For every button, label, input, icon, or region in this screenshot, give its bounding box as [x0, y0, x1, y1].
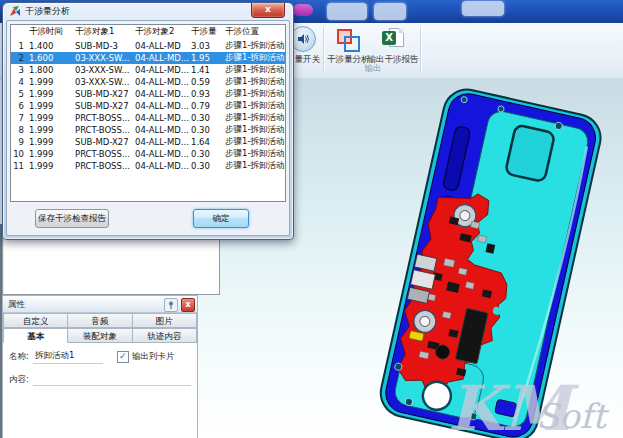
- table-cell: 04-ALL-MD...: [133, 52, 189, 64]
- table-row[interactable]: 111.999PRCT-BOSS...04-ALL-MD...0.30步骤1-拆…: [11, 160, 286, 172]
- table-cell: 0.79: [189, 100, 223, 112]
- table-row[interactable]: 41.99903-XXX-SW...04-ALL-MD...0.59步骤1-拆卸…: [11, 76, 286, 88]
- tab-audio[interactable]: 音频: [68, 313, 132, 328]
- overlap-squares-icon: [337, 29, 357, 49]
- table-row[interactable]: 101.999PRCT-BOSS...04-ALL-MD...0.30步骤1-拆…: [11, 148, 286, 160]
- ribbon-separator: [323, 27, 324, 73]
- header-location: 干涉位置: [223, 25, 286, 40]
- tab-basic[interactable]: 基本: [3, 328, 68, 343]
- table-cell: 7: [11, 112, 27, 124]
- table-cell: SUB-MD-3: [73, 40, 133, 52]
- dialog-buttons: 保存干涉检查报告 确定: [7, 209, 289, 227]
- tab-trajectory-content[interactable]: 轨迹内容: [133, 328, 197, 343]
- table-cell: 1.999: [27, 160, 73, 172]
- table-cell: 1.800: [27, 64, 73, 76]
- properties-panel: 属性 x 自定义 音频 图片 基本 装配对象 轨迹内容 名称: 拆卸活动1 ✓ …: [2, 295, 198, 438]
- table-cell: 5: [11, 88, 27, 100]
- table-cell: 1.600: [27, 52, 73, 64]
- header-object2: 干涉对象2: [133, 25, 189, 40]
- interference-list[interactable]: 干涉时间 干涉对象1 干涉对象2 干涉量 干涉位置 11.400SUB-MD-3…: [10, 24, 286, 202]
- table-row[interactable]: 91.999SUB-MD-X2704-ALL-MD...1.64步骤1-拆卸活动…: [11, 136, 286, 148]
- table-cell: 04-ALL-MD: [133, 40, 189, 52]
- table-row[interactable]: 51.999SUB-MD-X2704-ALL-MD...0.93步骤1-拆卸活动…: [11, 88, 286, 100]
- table-cell: 0.30: [189, 160, 223, 172]
- ribbon-separator: [420, 27, 421, 73]
- table-cell: PRCT-BOSS...: [73, 160, 133, 172]
- table-cell: 0.30: [189, 148, 223, 160]
- tab-custom[interactable]: 自定义: [3, 313, 68, 328]
- table-cell: 04-ALL-MD...: [133, 112, 189, 124]
- interference-analysis-button[interactable]: 干涉量分析: [327, 26, 367, 66]
- table-cell: 步骤1-拆卸活动1: [223, 148, 286, 160]
- properties-tabs-bottom: 基本 装配对象 轨迹内容: [3, 328, 197, 343]
- table-cell: 6: [11, 100, 27, 112]
- table-row[interactable]: 81.999PRCT-BOSS...04-ALL-MD...0.30步骤1-拆卸…: [11, 124, 286, 136]
- save-report-button[interactable]: 保存干涉检查报告: [35, 209, 109, 228]
- properties-tabs-top: 自定义 音频 图片: [3, 313, 197, 328]
- table-cell: 步骤1-拆卸活动1: [223, 100, 286, 112]
- table-cell: 0.59: [189, 76, 223, 88]
- table-cell: 步骤1-拆卸活动1: [223, 64, 286, 76]
- table-cell: 04-ALL-MD...: [133, 100, 189, 112]
- dialog-app-icon: [9, 5, 21, 17]
- table-cell: 9: [11, 136, 27, 148]
- table-cell: 1.999: [27, 136, 73, 148]
- table-row[interactable]: 11.400SUB-MD-304-ALL-MD3.03步骤1-拆卸活动1: [11, 40, 286, 52]
- ok-button[interactable]: 确定: [193, 209, 249, 228]
- table-cell: 步骤1-拆卸活动1: [223, 124, 286, 136]
- dialog-titlebar[interactable]: 干涉量分析 x: [3, 3, 293, 19]
- table-cell: 03-XXX-SW...: [73, 76, 133, 88]
- titlebar-button[interactable]: [462, 1, 504, 16]
- table-cell: SUB-MD-X27: [73, 136, 133, 148]
- table-cell: 1.41: [189, 64, 223, 76]
- header-time: 干涉时间: [27, 25, 73, 40]
- table-cell: 1.400: [27, 40, 73, 52]
- table-cell: 0.93: [189, 88, 223, 100]
- properties-header: 属性 x: [3, 296, 197, 313]
- table-cell: 1.64: [189, 136, 223, 148]
- table-cell: 1.999: [27, 124, 73, 136]
- table-cell: 1.999: [27, 148, 73, 160]
- table-cell: 步骤1-拆卸活动1: [223, 136, 286, 148]
- name-field[interactable]: 拆卸活动1: [33, 350, 103, 364]
- content-field[interactable]: [33, 373, 191, 386]
- interference-analysis-dialog: 干涉量分析 x 干涉时间 干涉对象1 干涉对象2 干涉量 干涉位置: [2, 2, 294, 240]
- app-window: 音量开关 干涉量分析 X 输出干涉报告 输出: [0, 0, 623, 438]
- svg-text:Soft: Soft: [536, 396, 609, 436]
- table-cell: 1.95: [189, 52, 223, 64]
- tab-image[interactable]: 图片: [133, 313, 197, 328]
- table-cell: 步骤1-拆卸活动1: [223, 76, 286, 88]
- properties-close-button[interactable]: x: [181, 298, 195, 312]
- titlebar-button[interactable]: [327, 3, 367, 20]
- titlebar-button[interactable]: [374, 3, 406, 20]
- output-report-button[interactable]: X 输出干涉报告: [367, 26, 419, 66]
- table-cell: 04-ALL-MD...: [133, 64, 189, 76]
- output-to-card-checkbox[interactable]: ✓: [117, 351, 129, 363]
- table-cell: 步骤1-拆卸活动1: [223, 52, 286, 64]
- table-row[interactable]: 31.80003-XXX-SW...04-ALL-MD...1.41步骤1-拆卸…: [11, 64, 286, 76]
- table-header-row: 干涉时间 干涉对象1 干涉对象2 干涉量 干涉位置: [11, 25, 286, 40]
- table-cell: 0.30: [189, 112, 223, 124]
- dialog-close-button[interactable]: x: [251, 3, 285, 18]
- table-row[interactable]: 61.999SUB-MD-X2704-ALL-MD...0.79步骤1-拆卸活动…: [11, 100, 286, 112]
- table-cell: 0.30: [189, 124, 223, 136]
- table-cell: 04-ALL-MD...: [133, 124, 189, 136]
- table-cell: PRCT-BOSS...: [73, 124, 133, 136]
- header-amount: 干涉量: [189, 25, 223, 40]
- table-cell: 2: [11, 52, 27, 64]
- table-cell: 步骤1-拆卸活动1: [223, 160, 286, 172]
- dialog-title: 干涉量分析: [25, 3, 70, 19]
- table-cell: 03-XXX-SW...: [73, 64, 133, 76]
- table-cell: 1.999: [27, 88, 73, 100]
- table-row[interactable]: 21.60003-XXX-SW...04-ALL-MD...1.95步骤1-拆卸…: [11, 52, 286, 64]
- ribbon-group-label: 输出: [327, 63, 419, 75]
- table-cell: 步骤1-拆卸活动1: [223, 112, 286, 124]
- content-label: 内容:: [9, 374, 29, 386]
- table-cell: 04-ALL-MD...: [133, 148, 189, 160]
- table-cell: 03-XXX-SW...: [73, 52, 133, 64]
- pin-icon[interactable]: [164, 298, 178, 312]
- tab-assembly-object[interactable]: 装配对象: [68, 328, 132, 343]
- table-row[interactable]: 71.999PRCT-BOSS...04-ALL-MD...0.30步骤1-拆卸…: [11, 112, 286, 124]
- header-object1: 干涉对象1: [73, 25, 133, 40]
- properties-body: 名称: 拆卸活动1 ✓ 输出到卡片 内容:: [3, 343, 197, 438]
